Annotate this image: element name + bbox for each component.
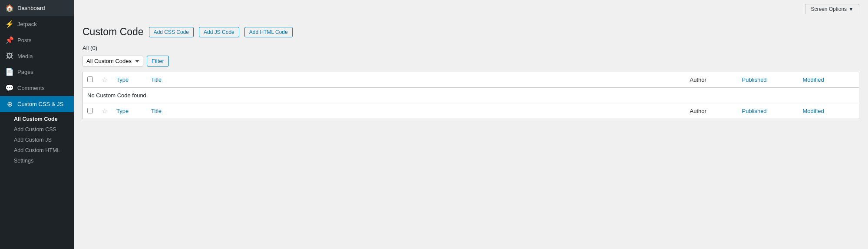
tfoot-th-star: ☆	[97, 103, 112, 119]
main-content: Screen Options ▼ Custom Code Add CSS Cod…	[74, 0, 868, 249]
submenu-item-settings[interactable]: Settings	[0, 156, 74, 166]
title-footer-header[interactable]: Title	[151, 108, 162, 114]
screen-options-arrow-icon: ▼	[848, 6, 854, 12]
filter-bar: All Custom Codes CSS JavaScript HTML Fil…	[83, 56, 859, 66]
sidebar-item-label: Custom CSS & JS	[17, 101, 63, 107]
sidebar-item-jetpack[interactable]: ⚡ Jetpack	[0, 16, 74, 32]
title-column-header[interactable]: Title	[151, 76, 162, 83]
tfoot-th-modified: Modified	[799, 103, 859, 119]
select-all-footer-checkbox[interactable]	[87, 108, 93, 113]
sidebar-item-pages[interactable]: 📄 Pages	[0, 64, 74, 80]
th-checkbox	[83, 72, 98, 88]
select-all-checkbox[interactable]	[87, 76, 93, 82]
sidebar: 🏠 Dashboard ⚡ Jetpack 📌 Posts 🖼 Media 📄 …	[0, 0, 74, 249]
sidebar-item-label: Pages	[17, 69, 33, 75]
author-column-header: Author	[690, 76, 706, 83]
content-area: Custom Code Add CSS Code Add JS Code Add…	[74, 17, 868, 249]
page-title: Custom Code	[83, 26, 144, 38]
add-js-code-button[interactable]: Add JS Code	[199, 27, 239, 37]
sidebar-item-custom-css-js[interactable]: ⊕ Custom CSS & JS	[0, 96, 74, 112]
tfoot-th-published: Published	[738, 103, 799, 119]
tfoot-th-checkbox	[83, 103, 98, 119]
custom-css-js-icon: ⊕	[5, 100, 14, 108]
no-items-message: No Custom Code found.	[83, 88, 859, 103]
submenu-item-add-custom-css[interactable]: Add Custom CSS	[0, 124, 74, 135]
th-star: ☆	[97, 72, 112, 88]
all-count: All (0)	[83, 45, 859, 51]
screen-options-button[interactable]: Screen Options ▼	[805, 4, 859, 14]
filter-button[interactable]: Filter	[147, 56, 169, 66]
dashboard-icon: 🏠	[5, 4, 14, 12]
sidebar-item-posts[interactable]: 📌 Posts	[0, 32, 74, 48]
table-body: No Custom Code found.	[83, 88, 859, 103]
th-author: Author	[686, 72, 738, 88]
tfoot-th-author: Author	[686, 103, 738, 119]
add-css-code-button[interactable]: Add CSS Code	[149, 27, 194, 37]
add-html-code-button[interactable]: Add HTML Code	[244, 27, 293, 37]
modified-column-header[interactable]: Modified	[803, 76, 824, 83]
sidebar-submenu: All Custom Code Add Custom CSS Add Custo…	[0, 112, 74, 168]
custom-codes-filter-select[interactable]: All Custom Codes CSS JavaScript HTML	[83, 56, 143, 66]
sidebar-item-label: Posts	[17, 37, 32, 43]
author-footer-header: Author	[690, 108, 706, 114]
submenu-item-add-custom-js[interactable]: Add Custom JS	[0, 135, 74, 145]
sidebar-item-label: Media	[17, 53, 33, 60]
sidebar-item-comments[interactable]: 💬 Comments	[0, 80, 74, 96]
type-footer-header[interactable]: Type	[116, 108, 129, 114]
sidebar-item-media[interactable]: 🖼 Media	[0, 48, 74, 64]
star-footer-icon: ☆	[102, 107, 108, 115]
table-footer-row: ☆ Type Title Author Published	[83, 103, 859, 119]
tfoot-th-type: Type	[112, 103, 147, 119]
th-modified: Modified	[799, 72, 859, 88]
jetpack-icon: ⚡	[5, 20, 14, 28]
no-items-row: No Custom Code found.	[83, 88, 859, 103]
all-count-value: (0)	[90, 45, 97, 51]
page-header: Custom Code Add CSS Code Add JS Code Add…	[83, 26, 859, 38]
th-published: Published	[738, 72, 799, 88]
sidebar-item-label: Jetpack	[17, 21, 37, 27]
star-header-icon: ☆	[102, 76, 108, 83]
tfoot-th-title: Title	[147, 103, 686, 119]
comments-icon: 💬	[5, 84, 14, 92]
published-footer-header[interactable]: Published	[742, 108, 767, 114]
pages-icon: 📄	[5, 68, 14, 76]
th-title: Title	[147, 72, 686, 88]
all-label: All	[83, 45, 89, 51]
custom-code-table: ☆ Type Title Author Published	[83, 72, 859, 119]
modified-footer-header[interactable]: Modified	[803, 108, 824, 114]
media-icon: 🖼	[5, 52, 14, 60]
sidebar-item-dashboard[interactable]: 🏠 Dashboard	[0, 0, 74, 16]
topbar: Screen Options ▼	[74, 0, 868, 17]
submenu-item-all-custom-code[interactable]: All Custom Code	[0, 114, 74, 124]
th-type: Type	[112, 72, 147, 88]
published-column-header[interactable]: Published	[742, 76, 767, 83]
sidebar-item-label: Comments	[17, 85, 45, 91]
type-column-header[interactable]: Type	[116, 76, 129, 83]
table-header-row: ☆ Type Title Author Published	[83, 72, 859, 88]
posts-icon: 📌	[5, 36, 14, 44]
sidebar-item-label: Dashboard	[17, 5, 45, 11]
screen-options-label: Screen Options	[811, 6, 847, 12]
submenu-item-add-custom-html[interactable]: Add Custom HTML	[0, 145, 74, 156]
